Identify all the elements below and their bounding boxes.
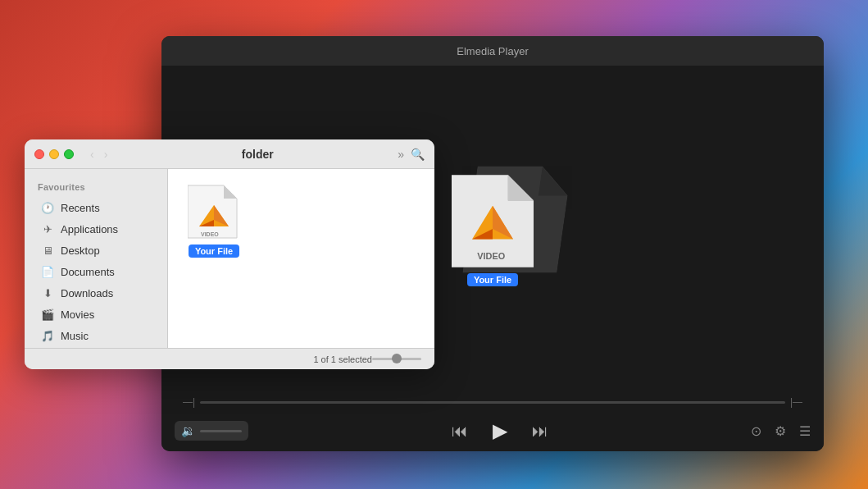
progress-track[interactable] (200, 401, 785, 404)
sidebar-item-music[interactable]: 🎵 Music (28, 325, 164, 346)
sidebar-item-applications[interactable]: ✈ Applications (28, 218, 164, 240)
sidebar-item-label-movies: Movies (61, 308, 94, 321)
sidebar-item-label-recents: Recents (61, 202, 100, 214)
minimize-button[interactable] (49, 149, 59, 159)
finder-statusbar: 1 of 1 selected (25, 348, 434, 369)
sidebar-item-label-documents: Documents (61, 266, 115, 278)
player-file-icon: VIDEO Your File (452, 174, 534, 286)
svg-text:VIDEO: VIDEO (201, 231, 219, 237)
file-icon-svg: VIDEO (452, 174, 534, 268)
documents-icon: 📄 (41, 265, 54, 278)
progress-bar-area: —| |— (161, 394, 824, 410)
sidebar-item-desktop[interactable]: 🖥 Desktop (28, 240, 164, 261)
right-controls: ⊙ ⚙ ☰ (751, 423, 811, 439)
transport-controls: ⏮ ▶ ⏭ (248, 421, 751, 441)
sidebar-item-label-desktop: Desktop (61, 244, 100, 257)
next-button[interactable]: ⏭ (532, 423, 548, 439)
expand-button[interactable]: » (398, 148, 404, 161)
svg-marker-14 (224, 185, 237, 199)
player-title: Elmedia Player (457, 45, 528, 57)
playlist-button[interactable]: ☰ (799, 423, 811, 439)
finder-window: ‹ › folder » 🔍 Favourites 🕐 Recents ✈ Ap… (25, 139, 434, 369)
volume-bar[interactable] (200, 430, 242, 432)
play-button[interactable]: ▶ (493, 421, 507, 441)
applications-icon: ✈ (41, 222, 54, 235)
close-button[interactable] (34, 149, 44, 159)
statusbar-slider (372, 358, 421, 360)
progress-expand-right[interactable]: |— (785, 396, 807, 408)
nav-back-button[interactable]: ‹ (87, 146, 98, 162)
titlebar-right: » 🔍 (398, 148, 425, 161)
slider-thumb (392, 354, 402, 363)
finder-file-label: Your File (189, 244, 239, 258)
search-button[interactable]: 🔍 (411, 148, 425, 161)
nav-arrows: ‹ › (87, 146, 111, 162)
player-controls: —| |— 🔉 ⏮ ▶ ⏭ ⊙ ⚙ ☰ (161, 394, 824, 451)
player-titlebar: Elmedia Player (161, 36, 824, 66)
controls-row: 🔉 ⏮ ▶ ⏭ ⊙ ⚙ ☰ (161, 410, 824, 451)
svg-marker-2 (539, 167, 572, 196)
volume-icon: 🔉 (181, 424, 195, 437)
finder-body: Favourites 🕐 Recents ✈ Applications 🖥 De… (25, 169, 434, 348)
nav-forward-button[interactable]: › (101, 146, 111, 162)
desktop-icon: 🖥 (41, 244, 54, 257)
maximize-button[interactable] (64, 149, 74, 159)
folder-title: folder (117, 148, 398, 161)
settings-button[interactable]: ⚙ (775, 423, 786, 439)
player-file-label: Your File (467, 273, 518, 286)
svg-text:VIDEO: VIDEO (477, 251, 505, 261)
sidebar-item-documents[interactable]: 📄 Documents (28, 261, 164, 282)
finder-titlebar: ‹ › folder » 🔍 (25, 139, 434, 169)
zoom-slider[interactable] (372, 358, 421, 360)
downloads-icon: ⬇ (41, 286, 54, 299)
volume-control: 🔉 (175, 421, 248, 441)
sidebar-item-label-music: Music (61, 330, 89, 342)
sidebar-section-label: Favourites (25, 179, 167, 197)
movies-icon: 🎬 (41, 308, 54, 321)
recents-icon: 🕐 (41, 201, 54, 214)
finder-main: VIDEO Your File (168, 169, 434, 348)
file-grid: VIDEO Your File (181, 182, 421, 258)
window-controls (34, 149, 74, 159)
sidebar-item-movies[interactable]: 🎬 Movies (28, 304, 164, 325)
svg-marker-5 (508, 175, 534, 200)
player-file-display: VIDEO Your File (411, 148, 575, 312)
sidebar-item-downloads[interactable]: ⬇ Downloads (28, 282, 164, 304)
sidebar-item-label-applications: Applications (61, 223, 118, 235)
file-item[interactable]: VIDEO Your File (181, 182, 247, 258)
sidebar-item-label-downloads: Downloads (61, 287, 113, 299)
airplay-button[interactable]: ⊙ (751, 423, 761, 439)
file-icon-svg-finder: VIDEO (188, 182, 240, 241)
statusbar-status: 1 of 1 selected (313, 354, 372, 364)
prev-button[interactable]: ⏮ (452, 423, 468, 439)
sidebar-item-recents[interactable]: 🕐 Recents (28, 197, 164, 218)
progress-expand-left[interactable]: —| (178, 396, 200, 408)
finder-sidebar: Favourites 🕐 Recents ✈ Applications 🖥 De… (25, 169, 168, 348)
music-icon: 🎵 (41, 329, 54, 342)
